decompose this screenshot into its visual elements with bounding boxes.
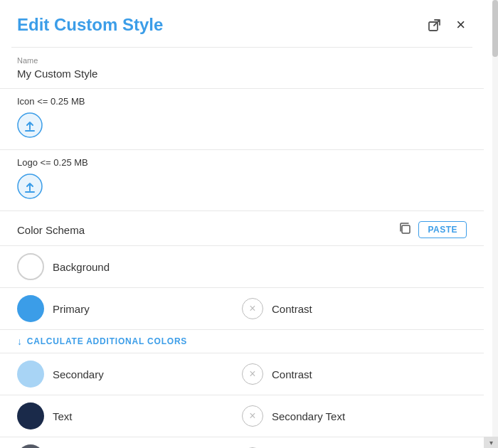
name-section: Name My Custom Style [0, 48, 484, 89]
text-label: Text [53, 410, 73, 422]
icon-upload-button[interactable] [17, 112, 43, 138]
secondary-color-half: Secondary [17, 361, 242, 388]
primary-contrast-swatch[interactable]: × [242, 298, 263, 319]
text-swatch[interactable] [17, 402, 44, 430]
panel-header: Edit Custom Style × [0, 0, 484, 47]
edit-custom-style-panel: Edit Custom Style × Name My Custom Style… [0, 0, 484, 448]
primary-contrast-half: × Contrast [242, 298, 467, 319]
calculate-icon: ↓ [17, 336, 23, 347]
background-swatch[interactable] [17, 253, 44, 280]
secondary-swatch[interactable] [17, 361, 44, 388]
icon-upload-section: Icon <= 0.25 MB [0, 89, 484, 150]
scrollbar-track: ▾ [492, 0, 498, 448]
text-contrast-swatch[interactable]: × [242, 405, 263, 427]
background-label: Background [53, 261, 110, 273]
svg-rect-3 [402, 225, 410, 233]
secondary-contrast-label: Contrast [272, 368, 312, 380]
color-schema-actions: PASTE [398, 221, 467, 238]
background-color-row: Background [0, 246, 484, 288]
external-link-button[interactable] [426, 16, 443, 33]
primary-label: Primary [53, 303, 90, 315]
copy-schema-button[interactable] [398, 222, 411, 238]
logo-upload-button[interactable] [17, 174, 43, 199]
color-schema-header: Color Schema PASTE [0, 211, 484, 246]
logo-label: Logo <= 0.25 MB [17, 157, 467, 168]
header-actions: × [426, 14, 467, 36]
text-contrast-label: Secondary Text [272, 410, 345, 422]
secondary-contrast-swatch[interactable]: × [242, 363, 263, 385]
name-label: Name [17, 56, 467, 65]
background-color-half: Background [17, 253, 467, 280]
medium-color-row: Medium × Contrast [0, 437, 484, 448]
text-color-row: Text × Secondary Text [0, 395, 484, 437]
color-schema-title: Color Schema [17, 224, 85, 236]
close-button[interactable]: × [455, 14, 467, 36]
primary-contrast-label: Contrast [272, 303, 312, 315]
medium-color-half: Medium [17, 444, 242, 448]
copy-icon [398, 222, 411, 235]
panel-title: Edit Custom Style [17, 15, 163, 35]
calculate-label: CALCULATE ADDITIONAL COLORS [27, 336, 187, 346]
calculate-colors-button[interactable]: ↓ CALCULATE ADDITIONAL COLORS [0, 330, 484, 353]
primary-color-row: Primary × Contrast [0, 288, 484, 330]
primary-swatch[interactable] [17, 295, 44, 322]
paste-button[interactable]: PASTE [418, 221, 467, 238]
logo-upload-section: Logo <= 0.25 MB [0, 150, 484, 211]
scrollbar-thumb[interactable] [492, 0, 498, 57]
text-color-half: Text [17, 402, 242, 430]
secondary-label: Secondary [53, 368, 104, 380]
scroll-down-arrow[interactable]: ▾ [484, 437, 498, 448]
logo-upload-icon [17, 174, 43, 199]
secondary-contrast-half: × Contrast [242, 363, 467, 385]
text-contrast-half: × Secondary Text [242, 405, 467, 427]
medium-swatch[interactable] [17, 444, 44, 448]
icon-label: Icon <= 0.25 MB [17, 96, 467, 107]
name-value: My Custom Style [17, 68, 467, 80]
primary-color-half: Primary [17, 295, 242, 322]
icon-upload-icon [17, 112, 43, 138]
secondary-color-row: Secondary × Contrast [0, 353, 484, 395]
external-link-icon [428, 18, 442, 32]
close-icon: × [456, 16, 465, 34]
